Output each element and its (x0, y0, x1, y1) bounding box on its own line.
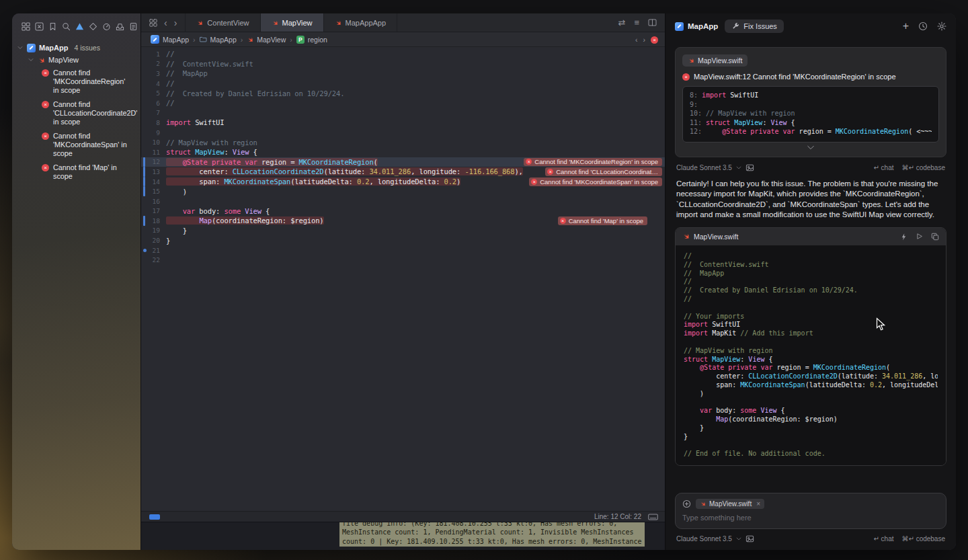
find-navigator-icon[interactable] (62, 22, 71, 31)
bookmark-navigator-icon[interactable] (48, 22, 57, 31)
image-attach-icon[interactable] (745, 534, 754, 543)
remove-context-icon[interactable]: × (756, 500, 760, 508)
line-code: // (166, 79, 174, 87)
test-navigator-icon[interactable] (89, 22, 97, 31)
code-line-7[interactable]: 7 (141, 108, 665, 118)
tab-strip: ContentViewMapViewMapAppApp (185, 13, 397, 32)
breadcrumb-label: MapApp (210, 36, 237, 44)
new-chat-icon[interactable]: + (903, 21, 909, 32)
code-line-11[interactable]: 11struct MapView: View { (141, 147, 665, 157)
report-navigator-icon[interactable] (129, 22, 138, 31)
fix-issues-tab[interactable]: Fix Issues (725, 19, 784, 33)
run-play-icon[interactable] (916, 233, 923, 240)
keyboard-icon[interactable] (648, 514, 658, 520)
issue-item[interactable]: ×Cannot find 'MKCoordinateSpan' in scope (12, 129, 140, 161)
code-line-8[interactable]: 8import SwiftUI (141, 118, 665, 128)
code-line-18[interactable]: 18 Map(coordinateRegion: $region)×Cannot… (141, 216, 665, 226)
code-line-4[interactable]: 4// (141, 79, 665, 89)
breadcrumb-item[interactable]: Pregion (296, 36, 327, 44)
editor-tab-mapview[interactable]: MapView (261, 13, 324, 32)
breadcrumb-item[interactable]: MapApp (151, 35, 189, 44)
code-line-6[interactable]: 6// (141, 98, 665, 108)
suggested-code-line: struct MapView: View { (684, 356, 938, 364)
code-line-2[interactable]: 2// ContentView.swift (141, 59, 665, 69)
back-icon[interactable]: ‹ (164, 18, 167, 28)
code-line-14[interactable]: 14 span: MKCoordinateSpan(latitudeDelta:… (141, 177, 665, 187)
settings-gear-icon[interactable] (937, 22, 946, 31)
adjust-editor-icon[interactable]: ≡ (634, 17, 639, 28)
code-line-21[interactable]: 21 (141, 245, 665, 255)
disclosure-chevron-icon[interactable] (17, 46, 24, 50)
code-line-22[interactable]: 22 (141, 255, 665, 265)
code-line-17[interactable]: 17 var body: some View { (141, 206, 665, 216)
chat-shortcut[interactable]: ↵ chat (873, 535, 893, 543)
related-items-icon[interactable] (149, 19, 157, 27)
code-line-3[interactable]: 3// MapApp (141, 69, 665, 79)
code-line-20[interactable]: 20} (141, 235, 665, 245)
code-line-15[interactable]: 15 ) (141, 186, 665, 196)
code-line-19[interactable]: 19 } (141, 226, 665, 236)
source-editor[interactable]: 1//2// ContentView.swift3// MapApp4//5//… (141, 47, 665, 511)
issue-item[interactable]: ×Cannot find 'Map' in scope (12, 161, 140, 184)
add-context-icon[interactable] (682, 499, 691, 508)
next-issue-icon[interactable]: › (643, 36, 646, 44)
code-line-12[interactable]: 12 @State private var region = MKCoordin… (141, 157, 665, 167)
error-icon: × (526, 159, 532, 165)
inline-error-pill[interactable]: ×Cannot find 'CLLocationCoordinat… (545, 167, 662, 176)
xcode-window: MapApp 4 issues MapView ×Cannot find 'MK… (12, 13, 956, 550)
code-line-5[interactable]: 5// Created by Daniel Edrisian on 10/29/… (141, 88, 665, 98)
apply-bolt-icon[interactable] (900, 233, 908, 241)
swap-editor-icon[interactable]: ⇄ (618, 17, 626, 28)
editor-tab-mapappapp[interactable]: MapAppApp (324, 13, 398, 32)
codebase-shortcut[interactable]: ⌘↵ codebase (901, 535, 945, 543)
model-selector[interactable]: Claude Sonnet 3.5 (676, 535, 732, 543)
file-chip[interactable]: MapView.swift (682, 54, 748, 67)
debug-navigator-icon[interactable] (102, 22, 111, 31)
inline-error-pill[interactable]: ×Cannot find 'MKCoordinateSpan' in scope (529, 177, 662, 186)
error-icon: × (547, 169, 553, 175)
history-icon[interactable] (918, 22, 928, 31)
prev-issue-icon[interactable]: ‹ (635, 36, 638, 44)
console-line: file debug info: (Key: 181.408.10.255 t:… (342, 522, 642, 528)
model-selector[interactable]: Claude Sonnet 3.5 (676, 164, 732, 171)
editor-tab-contentview[interactable]: ContentView (186, 13, 260, 32)
chat-input[interactable] (682, 514, 939, 522)
code-line-9[interactable]: 9 (141, 128, 665, 138)
disclosure-chevron-icon[interactable] (28, 58, 34, 62)
line-code: // (166, 99, 174, 107)
code-line-13[interactable]: 13 center: CLLocationCoordinate2D(latitu… (141, 167, 665, 177)
source-control-icon[interactable] (35, 22, 44, 31)
breadcrumb-item[interactable]: MapView (247, 36, 286, 44)
chat-shortcut[interactable]: ↵ chat (873, 164, 893, 171)
code-line-1[interactable]: 1// (141, 49, 665, 59)
navigator-file-row[interactable]: MapView (12, 54, 140, 66)
project-name: MapApp (39, 44, 68, 52)
image-attach-icon[interactable] (745, 163, 754, 172)
codebase-shortcut[interactable]: ⌘↵ codebase (901, 164, 945, 171)
breadcrumb-label: region (308, 36, 327, 44)
breadcrumb-item[interactable]: MapApp (200, 36, 237, 44)
code-line-16[interactable]: 16 (141, 196, 665, 206)
issue-item[interactable]: ×Cannot find 'MKCoordinateRegion' in sco… (12, 66, 140, 97)
desktop: { "navigator": { "project_label": "MapAp… (0, 0, 968, 560)
issue-navigator-icon[interactable] (75, 22, 84, 31)
debug-console[interactable]: file debug info: (Key: 181.408.10.255 t:… (141, 522, 665, 550)
workspace-tab[interactable]: MapApp (675, 22, 718, 31)
context-chip[interactable]: MapView.swift × (696, 499, 764, 509)
inline-error-pill[interactable]: ×Cannot find 'Map' in scope (558, 216, 647, 225)
issue-item[interactable]: ×Cannot find 'CLLocationCoordinate2D' in… (12, 97, 140, 129)
issue-text: Cannot find 'MKCoordinateRegion' in scop… (53, 69, 132, 95)
copy-icon[interactable] (931, 233, 939, 241)
navigator-project-row[interactable]: MapApp 4 issues (12, 42, 140, 54)
console-selection: file debug info: (Key: 181.408.10.255 t:… (339, 522, 645, 547)
breakpoint-navigator-icon[interactable] (116, 22, 124, 31)
code-line-10[interactable]: 10// MapView with region (141, 137, 665, 147)
split-editor-icon[interactable] (648, 19, 657, 26)
project-navigator-icon[interactable] (22, 22, 30, 31)
expand-snippet-button[interactable] (682, 145, 939, 150)
issue-badge[interactable]: × (651, 36, 658, 44)
inline-error-pill[interactable]: ×Cannot find 'MKCoordinateRegion' in sco… (524, 158, 662, 167)
forward-icon[interactable]: › (174, 18, 177, 28)
file-name: MapView (48, 56, 79, 64)
suggested-code-line: // Your imports (684, 313, 938, 321)
